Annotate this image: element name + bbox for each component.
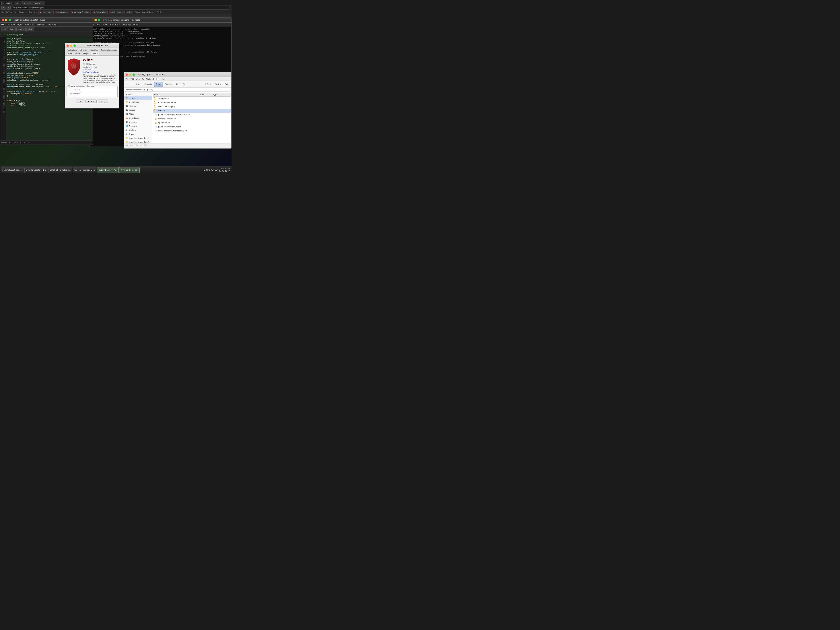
editor-close-btn[interactable] [2, 19, 4, 21]
bookmark-astronomy[interactable]: Astronomy & landsc... [70, 11, 91, 14]
dolphin-menu-edit[interactable]: Edit [131, 78, 134, 80]
sidebar-item-network[interactable]: 🌐 Network [124, 124, 152, 128]
wine-tab-about[interactable]: About [91, 52, 99, 55]
terminal-menu-edit[interactable]: Edit [96, 24, 100, 26]
dolphin-split-btn[interactable]: Split [224, 82, 230, 87]
clock-widget[interactable]: 12:03 AM 26/10/2017 [219, 167, 230, 173]
dolphin-close-btn[interactable] [126, 73, 128, 76]
col-size-header[interactable]: Size [201, 94, 213, 96]
dolphin-menu-tools[interactable]: Tools [146, 78, 151, 80]
dolphin-preview-btn[interactable]: Preview [213, 82, 223, 87]
sidebar-item-launcher-root[interactable]: 📁 Launcher icons (Root) [124, 140, 152, 143]
bookmark-lexus[interactable]: Lexus.mitkis... [38, 11, 54, 14]
file-item-to-be-implemented[interactable]: ▶ 📁 to-be-implemented [153, 101, 231, 105]
editor-menu-projects[interactable]: Projects [17, 24, 24, 25]
terminal-menu-view[interactable]: View [103, 24, 107, 26]
editor-new-btn[interactable]: New [1, 27, 8, 31]
wine-cancel-button[interactable]: Cancel [85, 99, 96, 103]
dolphin-view-details[interactable]: Details [154, 82, 163, 87]
dolphin-menu-settings[interactable]: Settings [153, 78, 160, 80]
wine-max-btn[interactable] [73, 44, 76, 47]
file-item-compile-sh[interactable]: 📜 compile-winecfg.sh [153, 117, 231, 121]
wine-min-btn[interactable] [70, 44, 73, 47]
bookmark-photography[interactable]: Photography... [92, 11, 107, 14]
editor-menu-help[interactable]: Help [52, 24, 56, 25]
wine-prefix-link[interactable]: testrun [88, 68, 93, 70]
dolphin-view-compact[interactable]: Compact [143, 82, 153, 87]
wine-apply-button[interactable]: Apply [98, 99, 108, 103]
editor-save-as-btn[interactable]: Save As [16, 27, 26, 31]
file-item-patch-swp[interactable]: 📄 patch_aboutdialog.patch.kare-swp [153, 113, 231, 117]
taskbar-btn-palautetusvat[interactable]: palautetusvat_done... [1, 167, 24, 173]
file-item-wine-staging[interactable]: ▶ 📁 wine-2.18-staging [153, 105, 231, 109]
editor-menu-view[interactable]: View [11, 24, 15, 25]
editor-save-btn[interactable]: Save [9, 27, 16, 31]
terminal-max-btn[interactable] [98, 19, 100, 21]
dolphin-menu-file[interactable]: File [126, 78, 129, 80]
file-item-winecfg[interactable]: ▶ 📁 winecfg [153, 109, 231, 113]
file-item-patch[interactable]: 📄 patch_aboutdialog.patch [153, 125, 231, 129]
editor-menu-file[interactable]: File [1, 24, 5, 25]
editor-close-file-btn[interactable]: Close [27, 27, 34, 31]
location-input[interactable]: /home/fincer/winecfg-update/ [125, 88, 230, 92]
wine-tab-desktop-integration[interactable]: Desktop Integration [99, 48, 119, 52]
sidebar-item-system[interactable]: ⚙ System [124, 128, 152, 132]
taskbar-btn-konsole[interactable]: winecfg : compile-wi... [73, 167, 96, 173]
col-type-header[interactable]: Type [213, 94, 229, 96]
sidebar-item-desktop[interactable]: 🖥 Desktop [124, 120, 152, 124]
sidebar-item-downloads[interactable]: 📥 Downloads [124, 116, 152, 120]
wine-owner-input[interactable] [81, 88, 116, 91]
bookmark-misc[interactable]: R... [126, 11, 133, 14]
sidebar-item-documents[interactable]: 📁 Documents [124, 100, 152, 104]
forward-button[interactable]: › [6, 6, 11, 9]
editor-menu-sessions[interactable]: Sessions [37, 24, 45, 25]
taskbar-btn-dolphin[interactable]: D7539 Dolphin - A... [97, 167, 119, 173]
file-item-aboutpatch[interactable]: ▶ 📁 aboutpatch [153, 96, 231, 101]
editor-max-btn[interactable] [9, 19, 11, 21]
file-item-saako[interactable]: 📄 saako-compiler-warningeja-pois [153, 129, 231, 133]
wine-tab-drives[interactable]: Drives [65, 52, 74, 55]
wine-ok-button[interactable]: OK [76, 99, 84, 103]
taskbar-btn-patch[interactable]: patch_aboutdialog.p... [49, 167, 72, 173]
col-name-header[interactable]: Name [154, 94, 201, 96]
sidebar-item-home[interactable]: 🏠 Home [124, 96, 152, 100]
sidebar-item-trash[interactable]: 🗑 Trash [124, 132, 152, 136]
sidebar-item-launcher-user[interactable]: 📁 Launcher icons (User) [124, 136, 152, 140]
terminal-min-btn[interactable] [95, 19, 97, 21]
wine-org-input[interactable] [81, 92, 116, 95]
terminal-menu-settings[interactable]: Settings [123, 24, 131, 26]
taskbar-btn-wine[interactable]: Wine configuration [119, 167, 140, 173]
editor-menu-bookmarks[interactable]: Bookmarks [25, 24, 35, 25]
wine-tab-graphics[interactable]: Graphics [89, 48, 99, 52]
wine-tab-staging[interactable]: Staging [82, 52, 91, 55]
wine-website-link[interactable]: http://www.winehq.org [82, 71, 99, 73]
bookmark-geography[interactable]: Geography... [55, 11, 69, 14]
sidebar-item-videos[interactable]: 🎬 Videos [124, 108, 152, 112]
taskbar-btn-winecfg-update[interactable]: winecfg-update — D... [24, 167, 48, 173]
terminal-menu-bookmarks[interactable]: Bookmarks [110, 24, 121, 26]
browser-tab-dolphin[interactable]: 07539 Dolphin - A... [2, 1, 22, 5]
dolphin-menu-go[interactable]: Go [142, 78, 145, 80]
dolphin-hidden-files-btn[interactable]: Hidden Files [175, 82, 188, 87]
dolphin-nav-forward[interactable]: › [130, 82, 134, 87]
dolphin-nav-back[interactable]: ‹ [125, 82, 129, 87]
sidebar-item-pictures[interactable]: 🖼 Pictures [124, 104, 152, 108]
back-button[interactable]: ‹ [2, 6, 5, 9]
terminal-menu-help[interactable]: Help [133, 24, 138, 26]
file-item-open-files-sh[interactable]: 📜 open-files.sh [153, 121, 231, 125]
url-bar[interactable]: ort/panels/information/phonewidget.h [12, 6, 230, 9]
dolphin-min-btn[interactable] [129, 73, 131, 76]
dolphin-max-btn[interactable] [133, 73, 135, 76]
editor-min-btn[interactable] [5, 19, 8, 21]
sidebar-item-music[interactable]: 🎵 Music [124, 112, 152, 116]
dolphin-menu-view[interactable]: View [136, 78, 140, 80]
wine-tab-libraries[interactable]: Libraries [78, 48, 89, 52]
bookmark-online-stores[interactable]: Online stores... [109, 11, 125, 14]
dolphin-terminal-btn[interactable]: Terminal [164, 82, 174, 87]
editor-tab-patch[interactable]: patch_aboutdialog.patch [1, 32, 25, 36]
editor-menu-tools[interactable]: Tools [46, 24, 51, 25]
wine-tab-applications[interactable]: Applications [65, 48, 78, 52]
dolphin-find-btn[interactable]: 🔍 Find [203, 82, 212, 87]
editor-menu-edit[interactable]: Edit [6, 24, 9, 25]
browser-tab-konsole[interactable]: winecfg : compile-wi... [22, 1, 45, 5]
